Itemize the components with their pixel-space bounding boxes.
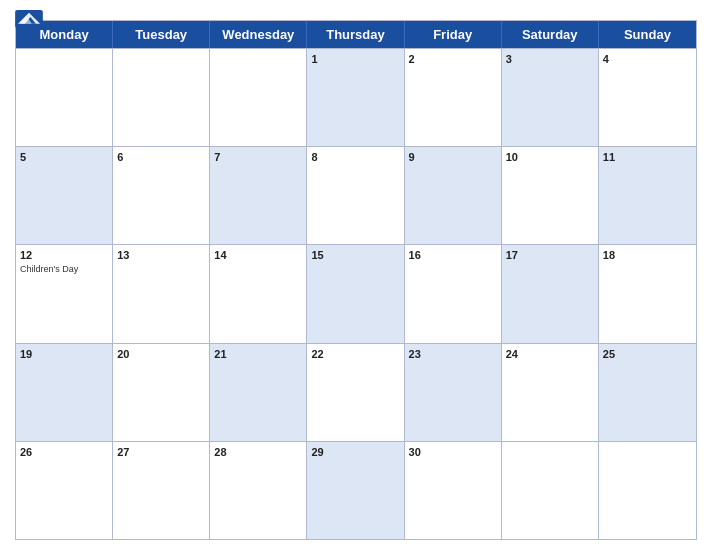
cal-cell-23: 23: [405, 344, 502, 441]
cal-cell-empty: [16, 49, 113, 146]
cal-cell-12: 12Children's Day: [16, 245, 113, 342]
day-number: 16: [409, 248, 497, 262]
cal-cell-18: 18: [599, 245, 696, 342]
day-header-tuesday: Tuesday: [113, 21, 210, 48]
day-header-thursday: Thursday: [307, 21, 404, 48]
cal-cell-4: 4: [599, 49, 696, 146]
day-number: 24: [506, 347, 594, 361]
week-row-1: 1234: [16, 48, 696, 146]
day-header-wednesday: Wednesday: [210, 21, 307, 48]
cal-cell-empty: [113, 49, 210, 146]
day-number: 19: [20, 347, 108, 361]
day-number: 22: [311, 347, 399, 361]
cal-cell-11: 11: [599, 147, 696, 244]
cal-cell-5: 5: [16, 147, 113, 244]
day-number: 7: [214, 150, 302, 164]
cal-cell-10: 10: [502, 147, 599, 244]
cal-cell-6: 6: [113, 147, 210, 244]
calendar-grid: MondayTuesdayWednesdayThursdayFridaySatu…: [15, 20, 697, 540]
week-row-4: 19202122232425: [16, 343, 696, 441]
week-row-2: 567891011: [16, 146, 696, 244]
cal-cell-24: 24: [502, 344, 599, 441]
cal-cell-15: 15: [307, 245, 404, 342]
cal-cell-8: 8: [307, 147, 404, 244]
cal-cell-3: 3: [502, 49, 599, 146]
logo-icon: [15, 10, 43, 28]
day-number: 4: [603, 52, 692, 66]
cal-cell-28: 28: [210, 442, 307, 539]
cal-cell-27: 27: [113, 442, 210, 539]
day-header-saturday: Saturday: [502, 21, 599, 48]
day-number: 30: [409, 445, 497, 459]
cal-cell-1: 1: [307, 49, 404, 146]
cal-cell-16: 16: [405, 245, 502, 342]
day-number: 9: [409, 150, 497, 164]
day-number: 11: [603, 150, 692, 164]
day-number: 18: [603, 248, 692, 262]
day-number: 15: [311, 248, 399, 262]
cal-cell-20: 20: [113, 344, 210, 441]
holiday-label: Children's Day: [20, 264, 108, 275]
day-number: 29: [311, 445, 399, 459]
cal-cell-empty: [502, 442, 599, 539]
day-number: 25: [603, 347, 692, 361]
cal-cell-30: 30: [405, 442, 502, 539]
calendar-page: MondayTuesdayWednesdayThursdayFridaySatu…: [0, 0, 712, 550]
day-number: 14: [214, 248, 302, 262]
cal-cell-29: 29: [307, 442, 404, 539]
calendar-header: [15, 10, 697, 14]
cal-cell-26: 26: [16, 442, 113, 539]
day-number: 2: [409, 52, 497, 66]
cal-cell-13: 13: [113, 245, 210, 342]
cal-cell-9: 9: [405, 147, 502, 244]
day-number: 12: [20, 248, 108, 262]
day-number: 1: [311, 52, 399, 66]
day-number: 26: [20, 445, 108, 459]
day-number: 6: [117, 150, 205, 164]
cal-cell-empty: [210, 49, 307, 146]
day-number: 5: [20, 150, 108, 164]
cal-cell-25: 25: [599, 344, 696, 441]
week-row-3: 12Children's Day131415161718: [16, 244, 696, 342]
day-number: 20: [117, 347, 205, 361]
week-row-5: 2627282930: [16, 441, 696, 539]
generalblue-logo: [15, 10, 43, 29]
day-number: 13: [117, 248, 205, 262]
day-header-friday: Friday: [405, 21, 502, 48]
day-number: 28: [214, 445, 302, 459]
calendar-body: 123456789101112Children's Day13141516171…: [16, 48, 696, 539]
day-number: 8: [311, 150, 399, 164]
days-of-week-header: MondayTuesdayWednesdayThursdayFridaySatu…: [16, 21, 696, 48]
cal-cell-empty: [599, 442, 696, 539]
day-number: 23: [409, 347, 497, 361]
day-number: 17: [506, 248, 594, 262]
day-number: 27: [117, 445, 205, 459]
cal-cell-14: 14: [210, 245, 307, 342]
day-number: 3: [506, 52, 594, 66]
day-header-sunday: Sunday: [599, 21, 696, 48]
cal-cell-19: 19: [16, 344, 113, 441]
cal-cell-2: 2: [405, 49, 502, 146]
day-number: 21: [214, 347, 302, 361]
day-number: 10: [506, 150, 594, 164]
cal-cell-17: 17: [502, 245, 599, 342]
cal-cell-7: 7: [210, 147, 307, 244]
cal-cell-22: 22: [307, 344, 404, 441]
cal-cell-21: 21: [210, 344, 307, 441]
